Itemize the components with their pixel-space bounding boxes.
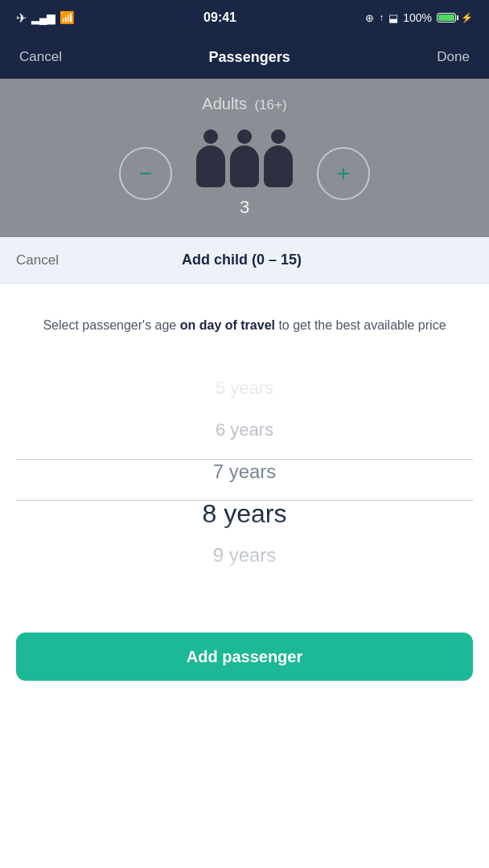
picker-item[interactable]: 8 years bbox=[16, 493, 473, 534]
nav-title: Passengers bbox=[209, 49, 290, 66]
picker-item[interactable]: 7 years bbox=[16, 451, 473, 493]
adults-age-range: (16+) bbox=[254, 97, 286, 113]
airplane-icon: ✈ bbox=[16, 10, 27, 26]
adults-label: Adults (16+) bbox=[202, 95, 286, 113]
signal-icon: ▂▄▆ bbox=[31, 11, 55, 24]
add-passenger-button[interactable]: Add passenger bbox=[16, 633, 473, 681]
adults-count: 3 bbox=[240, 197, 249, 218]
picker-item[interactable]: 9 years bbox=[16, 534, 473, 576]
increment-adults-button[interactable]: + bbox=[317, 147, 370, 200]
nav-cancel-button[interactable]: Cancel bbox=[16, 43, 65, 72]
decrement-adults-button[interactable]: − bbox=[119, 147, 172, 200]
arrow-icon: ↑ bbox=[379, 12, 384, 23]
nav-done-button[interactable]: Done bbox=[434, 43, 473, 72]
modal-header: Cancel Add child (0 – 15) bbox=[0, 237, 489, 284]
person-1-icon bbox=[196, 129, 225, 187]
age-instruction-suffix: to get the best available price bbox=[275, 318, 446, 332]
adults-counter: − 3 + bbox=[119, 129, 370, 218]
status-bar: ✈ ▂▄▆ 📶 09:41 ⊕ ↑ ⬓ 100% ⚡ bbox=[0, 0, 489, 35]
adults-section: Adults (16+) − 3 + bbox=[0, 79, 489, 237]
battery-percent: 100% bbox=[403, 11, 432, 24]
age-instruction: Select passenger's age on day of travel … bbox=[16, 316, 473, 335]
age-instruction-prefix: Select passenger's age bbox=[43, 318, 179, 332]
location-icon: ⊕ bbox=[365, 12, 374, 24]
modal-cancel-button[interactable]: Cancel bbox=[16, 252, 59, 268]
person-3-icon bbox=[264, 129, 293, 187]
picker-item[interactable]: 6 years bbox=[16, 409, 473, 451]
age-content: Select passenger's age on day of travel … bbox=[0, 284, 489, 608]
status-time: 09:41 bbox=[203, 10, 236, 25]
picker-items: 5 years6 years7 years8 years9 years10 ye… bbox=[16, 367, 473, 592]
battery-icon bbox=[437, 13, 456, 23]
age-instruction-bold: on day of travel bbox=[180, 318, 275, 332]
modal-title: Add child (0 – 15) bbox=[59, 252, 425, 268]
people-icons bbox=[196, 129, 293, 187]
charging-icon: ⚡ bbox=[461, 12, 473, 23]
person-2-icon bbox=[230, 129, 259, 187]
status-right: ⊕ ↑ ⬓ 100% ⚡ bbox=[365, 11, 473, 24]
status-left: ✈ ▂▄▆ 📶 bbox=[16, 10, 75, 26]
bluetooth-icon: ⬓ bbox=[388, 12, 398, 24]
picker-item[interactable]: 10 years bbox=[16, 576, 473, 592]
age-picker[interactable]: 5 years6 years7 years8 years9 years10 ye… bbox=[16, 367, 473, 592]
wifi-icon: 📶 bbox=[60, 10, 75, 25]
nav-bar: Cancel Passengers Done bbox=[0, 35, 489, 79]
picker-item[interactable]: 5 years bbox=[16, 367, 473, 409]
